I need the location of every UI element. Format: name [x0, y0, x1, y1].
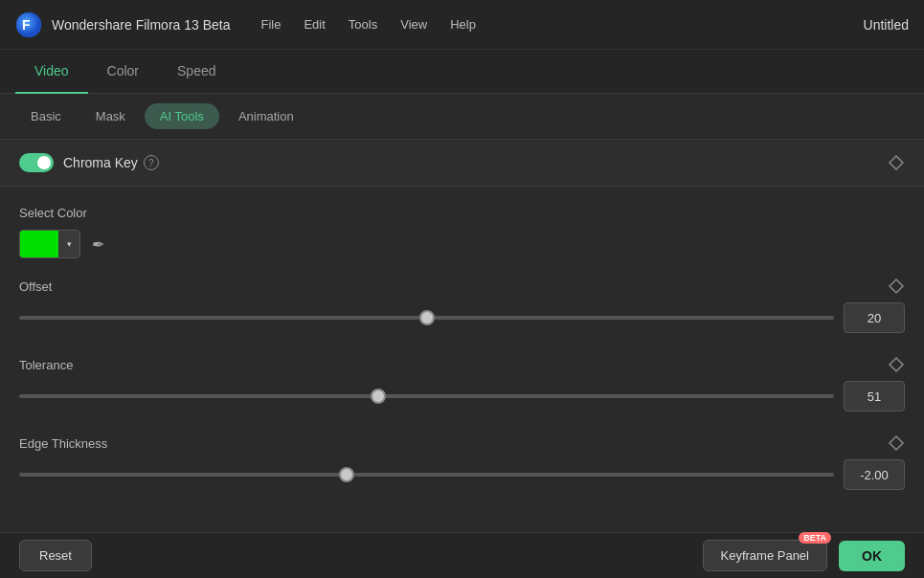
edge-thickness-header: Edge Thickness [19, 434, 905, 452]
edge-thickness-value[interactable]: -2.00 [844, 459, 905, 490]
offset-slider[interactable] [19, 316, 834, 320]
tolerance-label: Tolerance [19, 358, 888, 372]
beta-badge: BETA [799, 532, 831, 544]
sub-tab-bar: Basic Mask AI Tools Animation [0, 94, 924, 140]
tab-color[interactable]: Color [88, 50, 158, 94]
top-tab-bar: Video Color Speed [0, 50, 924, 94]
offset-label: Offset [19, 279, 888, 294]
reset-button[interactable]: Reset [19, 540, 92, 571]
app-logo: F [15, 11, 42, 38]
menu-view[interactable]: View [400, 17, 427, 32]
color-swatch-wrapper[interactable]: ▾ [19, 230, 80, 258]
menu-help[interactable]: Help [450, 17, 476, 32]
offset-header: Offset [19, 278, 905, 295]
help-icon[interactable]: ? [144, 155, 159, 170]
eyedropper-icon: ✒ [92, 236, 104, 253]
menu-tools[interactable]: Tools [349, 17, 377, 32]
footer: Reset Keyframe Panel BETA OK [0, 532, 924, 578]
edge-thickness-slider-row: -2.00 [19, 459, 905, 490]
tolerance-slider-row: 51 [19, 381, 905, 411]
chroma-key-section-header: Chroma Key ? [0, 140, 924, 187]
menu-bar: File Edit Tools View Help [261, 17, 864, 32]
keyframe-panel-button[interactable]: Keyframe Panel [703, 540, 828, 571]
offset-slider-wrapper [19, 308, 834, 327]
sub-tab-animation[interactable]: Animation [223, 103, 309, 129]
sub-tab-basic[interactable]: Basic [15, 103, 77, 129]
project-title: Untitled [864, 17, 909, 33]
svg-text:F: F [22, 17, 31, 33]
edge-thickness-slider[interactable] [19, 473, 834, 477]
properties-panel: Video Color Speed Basic Mask AI Tools An… [0, 50, 924, 578]
app-name: Wondershare Filmora 13 Beta [52, 17, 231, 33]
keyframe-btn-wrapper: Keyframe Panel BETA [703, 540, 828, 571]
sub-tab-ai-tools[interactable]: AI Tools [145, 103, 219, 129]
tolerance-value[interactable]: 51 [844, 381, 905, 411]
edge-thickness-slider-wrapper [19, 465, 834, 484]
offset-keyframe-icon[interactable] [888, 278, 905, 295]
keyframe-diamond-icon[interactable] [888, 154, 905, 171]
tolerance-slider-wrapper [19, 387, 834, 406]
content-body: Select Color ▾ ✒ Offset [0, 187, 924, 532]
tolerance-keyframe-icon[interactable] [888, 356, 905, 373]
chroma-key-label: Chroma Key [63, 155, 138, 170]
tolerance-header: Tolerance [19, 356, 905, 373]
chroma-key-toggle[interactable] [19, 153, 54, 172]
menu-edit[interactable]: Edit [304, 17, 325, 32]
tolerance-slider[interactable] [19, 394, 834, 398]
select-color-label: Select Color [19, 206, 905, 220]
ok-button[interactable]: OK [839, 541, 905, 571]
tab-speed[interactable]: Speed [158, 50, 235, 94]
color-dropdown-button[interactable]: ▾ [58, 231, 79, 257]
edge-thickness-keyframe-icon[interactable] [888, 434, 905, 452]
sub-tab-mask[interactable]: Mask [80, 103, 141, 129]
offset-section: Offset 20 [19, 278, 905, 333]
titlebar: F Wondershare Filmora 13 Beta File Edit … [0, 0, 924, 50]
edge-thickness-section: Edge Thickness -2.00 [19, 434, 905, 490]
color-swatch[interactable] [20, 231, 58, 257]
offset-slider-row: 20 [19, 302, 905, 333]
offset-value[interactable]: 20 [844, 302, 905, 333]
edge-thickness-label: Edge Thickness [19, 436, 888, 451]
eyedropper-button[interactable]: ✒ [88, 233, 108, 256]
color-row: ▾ ✒ [19, 230, 905, 258]
menu-file[interactable]: File [261, 17, 282, 32]
tolerance-section: Tolerance 51 [19, 356, 905, 411]
tab-video[interactable]: Video [15, 50, 88, 94]
